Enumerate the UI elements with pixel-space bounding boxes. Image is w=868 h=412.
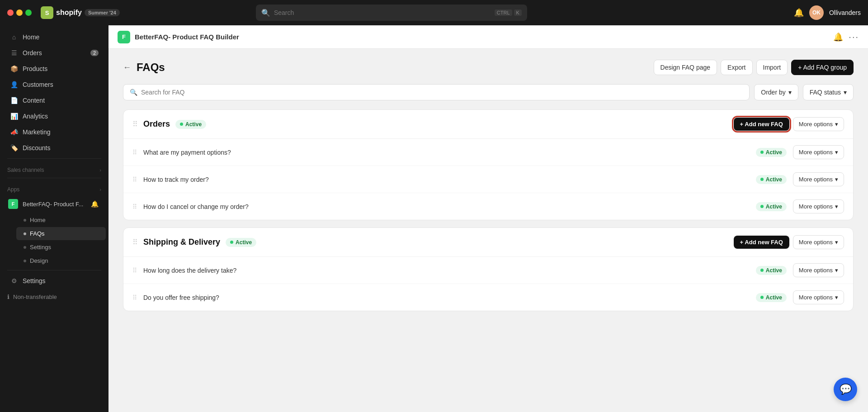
faq-search-icon: 🔍 (130, 89, 137, 96)
sidebar-item-app-settings[interactable]: Settings (16, 241, 106, 254)
chevron-down-icon: ▾ (835, 294, 838, 301)
order-by-button[interactable]: Order by ▾ (754, 84, 798, 100)
home-icon: ⌂ (10, 33, 18, 41)
drag-handle-item[interactable]: ⠿ (132, 267, 137, 274)
item-status-badge: Active (756, 293, 787, 302)
faq-item-actions: More options ▾ (793, 145, 844, 159)
sidebar-item-analytics[interactable]: 📊 Analytics (3, 109, 106, 124)
fullscreen-button[interactable] (25, 9, 32, 16)
sidebar-item-home[interactable]: ⌂ Home (3, 29, 106, 45)
more-options-button-item[interactable]: More options ▾ (793, 263, 844, 277)
chat-bubble[interactable]: 💬 (834, 378, 857, 401)
search-bar[interactable]: 🔍 CTRL K (256, 5, 527, 21)
more-options-button-item[interactable]: More options ▾ (793, 172, 844, 186)
sidebar-item-customers[interactable]: 👤 Customers (3, 77, 106, 92)
dot-icon (24, 246, 26, 249)
drag-handle-orders[interactable]: ⠿ (132, 120, 138, 128)
store-name: Ollivanders (829, 9, 861, 16)
drag-handle-item[interactable]: ⠿ (132, 203, 137, 210)
apps-chevron: › (99, 187, 101, 192)
avatar[interactable]: OK (809, 5, 824, 20)
add-faq-button-orders[interactable]: + Add new FAQ (734, 118, 789, 131)
faq-item-actions: More options ▾ (793, 290, 844, 304)
faq-search-container[interactable]: 🔍 (123, 84, 750, 100)
status-dot-icon (760, 296, 764, 299)
app-logo: F (118, 31, 130, 43)
sales-channels-section[interactable]: Sales channels › (0, 161, 108, 175)
drag-handle-item[interactable]: ⠿ (132, 176, 137, 183)
search-shortcut: CTRL K (495, 9, 522, 16)
more-options-button-shipping[interactable]: More options ▾ (793, 235, 844, 249)
item-status-badge: Active (756, 266, 787, 275)
drag-handle-shipping[interactable]: ⠿ (132, 238, 138, 246)
sidebar-item-settings[interactable]: ⚙ Settings (3, 273, 106, 289)
chevron-down-icon: ▾ (844, 89, 847, 96)
faq-item: ⠿ How long does the delivery take? Activ… (123, 257, 853, 284)
drag-handle-item[interactable]: ⠿ (132, 149, 137, 156)
faq-item: ⠿ Do you offer free shipping? Active Mor… (123, 284, 853, 311)
add-faq-group-button[interactable]: + Add FAQ group (791, 60, 854, 75)
sidebar-item-app-home[interactable]: Home (16, 213, 106, 227)
app-notification-icon[interactable]: 🔔 (833, 32, 843, 42)
orders-badge: 2 (90, 50, 99, 56)
sidebar-item-orders[interactable]: ☰ Orders 2 (3, 45, 106, 61)
sidebar-item-products[interactable]: 📦 Products (3, 61, 106, 76)
group-title-shipping: Shipping & Delivery (143, 237, 220, 247)
item-status-badge: Active (756, 202, 787, 211)
products-icon: 📦 (10, 65, 18, 72)
more-options-button-item[interactable]: More options ▾ (793, 199, 844, 213)
page-title: FAQs (137, 61, 165, 74)
back-arrow[interactable]: ← (123, 63, 131, 72)
sidebar-item-discounts[interactable]: 🏷️ Discounts (3, 140, 106, 156)
drag-handle-item[interactable]: ⠿ (132, 294, 137, 301)
sidebar-item-app-design[interactable]: Design (16, 254, 106, 267)
sidebar-item-betterfaq[interactable]: F BetterFAQ- Product F... 🔔 (3, 195, 106, 213)
minimize-button[interactable] (16, 9, 23, 16)
close-button[interactable] (7, 9, 14, 16)
app-more-icon[interactable]: ··· (849, 32, 859, 42)
faq-group-header-orders: ⠿ Orders Active + Add new FAQ More optio… (123, 110, 853, 139)
faq-item-actions: More options ▾ (793, 199, 844, 213)
sidebar: ⌂ Home ☰ Orders 2 📦 Products 👤 Customers… (0, 25, 108, 412)
betterfaq-bell-icon[interactable]: 🔔 (91, 200, 99, 208)
faq-item-actions: More options ▾ (793, 263, 844, 277)
sidebar-divider-2 (7, 178, 101, 178)
dot-icon (24, 219, 26, 222)
faq-status-button[interactable]: FAQ status ▾ (803, 84, 854, 100)
sales-channels-chevron: › (99, 167, 101, 173)
faq-group-orders: ⠿ Orders Active + Add new FAQ More optio… (123, 109, 854, 220)
non-transferable: ℹ Non-transferable (0, 289, 108, 305)
search-filter-row: 🔍 Order by ▾ FAQ status ▾ (123, 84, 854, 100)
import-button[interactable]: Import (756, 60, 788, 75)
chevron-down-icon: ▾ (835, 176, 838, 183)
sidebar-item-content[interactable]: 📄 Content (3, 93, 106, 108)
group-actions-orders: + Add new FAQ More options ▾ (734, 117, 844, 131)
sidebar-item-app-faqs[interactable]: FAQs (16, 227, 106, 240)
more-options-button-item[interactable]: More options ▾ (793, 145, 844, 159)
add-faq-button-shipping[interactable]: + Add new FAQ (734, 236, 789, 249)
export-button[interactable]: Export (721, 60, 752, 75)
page-header: ← FAQs Design FAQ page Export Import + A… (123, 60, 854, 75)
faq-item: ⠿ What are my payment options? Active Mo… (123, 139, 853, 166)
faq-item-actions: More options ▾ (793, 172, 844, 186)
search-icon: 🔍 (261, 9, 270, 17)
more-options-button-orders[interactable]: More options ▾ (793, 117, 844, 131)
status-dot-icon (230, 241, 233, 244)
faq-item: ⠿ How to track my order? Active More opt… (123, 166, 853, 193)
app-header-title: BetterFAQ- Product FAQ Builder (135, 33, 239, 41)
faq-search-input[interactable] (141, 89, 743, 96)
notification-icon[interactable]: 🔔 (794, 8, 804, 18)
chevron-down-icon: ▾ (835, 239, 838, 246)
search-input[interactable] (274, 9, 491, 16)
faq-group-header-shipping: ⠿ Shipping & Delivery Active + Add new F… (123, 228, 853, 257)
more-options-button-item[interactable]: More options ▾ (793, 290, 844, 304)
design-faq-page-button[interactable]: Design FAQ page (654, 60, 717, 75)
group-actions-shipping: + Add new FAQ More options ▾ (734, 235, 844, 249)
sidebar-item-marketing[interactable]: 📣 Marketing (3, 124, 106, 140)
status-dot-icon (760, 151, 764, 154)
chevron-down-icon: ▾ (835, 121, 838, 128)
app-header: F BetterFAQ- Product FAQ Builder 🔔 ··· (108, 25, 868, 49)
app-header-right: 🔔 ··· (833, 32, 859, 42)
dot-icon (24, 232, 26, 235)
apps-section[interactable]: Apps › (0, 181, 108, 194)
